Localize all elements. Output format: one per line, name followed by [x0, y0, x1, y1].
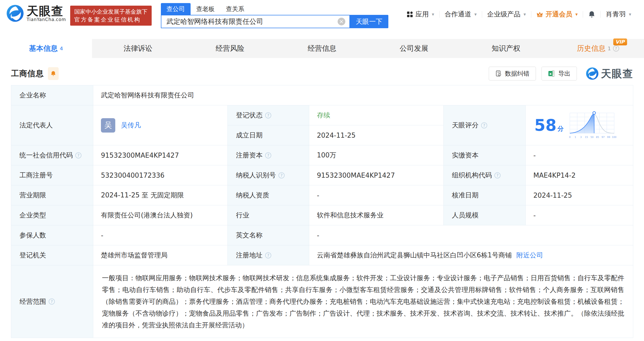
search-block: 查公司 查老板 查关系 × 天眼一下 — [161, 3, 388, 28]
tab-history-info[interactable]: VIP 历史信息 1 ? — [552, 39, 644, 58]
search-tab-company[interactable]: 查公司 — [161, 3, 191, 15]
field-label-org-code: 组织机构代码 ? — [444, 165, 526, 185]
search-input[interactable] — [161, 18, 338, 26]
help-icon[interactable]: ? — [265, 112, 271, 118]
export-label: 导出 — [558, 69, 570, 78]
field-value-org-code: MAE4KP14-2 — [526, 165, 633, 185]
field-value-tyc-score[interactable]: 58分 — [526, 105, 633, 145]
field-value-staff-size: - — [526, 205, 633, 225]
menu-vip-upgrade[interactable]: 开通会员 ▾ — [531, 10, 583, 19]
help-icon[interactable]: ? — [481, 122, 487, 128]
caret-down-icon: ▾ — [474, 12, 477, 17]
tab-basic-info[interactable]: 基本信息 4 — [0, 39, 92, 58]
tab-label: 经营信息 — [308, 44, 336, 53]
badge-line1: 国家中小企业发展子基金旗下 — [74, 8, 148, 16]
help-icon[interactable]: ? — [278, 172, 285, 178]
tab-count: 4 — [60, 45, 63, 52]
tab-company-development[interactable]: 公司发展 — [368, 39, 460, 58]
legal-rep-avatar[interactable]: 吴 — [101, 118, 115, 133]
field-value-company-name: 武定哈智网络科技有限责任公司 — [93, 85, 633, 105]
tab-count: 1 — [608, 45, 611, 52]
tab-label: 公司发展 — [400, 44, 428, 53]
help-icon[interactable]: ? — [49, 298, 55, 305]
field-label-establish-date: 成立日期 — [228, 125, 309, 145]
field-value-establish-date: 2024-11-25 — [309, 125, 444, 145]
logo-title: 天眼查 — [27, 5, 66, 17]
field-label-tyc-score: 天眼评分 ? — [444, 105, 526, 145]
search-tab-relation[interactable]: 查关系 — [220, 3, 250, 15]
apps-grid-icon — [407, 11, 413, 17]
clear-icon[interactable]: × — [338, 18, 345, 25]
tab-label: 经营风险 — [216, 44, 244, 53]
menu-user[interactable]: 肖青羽 ▾ — [601, 10, 636, 19]
legal-rep-name-link[interactable]: 吴传凡 — [121, 121, 141, 130]
svg-text:0: 0 — [569, 135, 571, 138]
field-label-company-name: 企业名称 — [11, 85, 93, 105]
caret-down-icon: ▾ — [629, 12, 631, 17]
official-certification-badge: 国家中小企业发展子基金旗下 官方备案企业征信机构 — [70, 6, 152, 26]
menu-enterprise[interactable]: 企业级产品 ▾ — [482, 10, 531, 19]
watermark-logo-icon — [586, 67, 598, 80]
search-button[interactable]: 天眼一下 — [350, 15, 388, 28]
data-correction-label: 数据纠错 — [505, 69, 529, 78]
export-button[interactable]: X 导出 — [542, 67, 577, 81]
tab-label: 法律诉讼 — [124, 44, 152, 53]
subscribe-bell-button[interactable] — [48, 67, 59, 80]
search-input-wrap: × — [161, 15, 350, 28]
field-label-business-term: 营业期限 — [11, 185, 93, 205]
menu-cooperation[interactable]: 合作通道 ▾ — [440, 10, 482, 19]
business-info-table: 企业名称 武定哈智网络科技有限责任公司 法定代表人 吴 吴传凡 登记状态 ? 存… — [11, 85, 633, 338]
caret-down-icon: ▾ — [524, 12, 526, 17]
score-distribution-chart: 0 1 3 15 50 85 97 99 100 — [568, 110, 616, 141]
tab-intellectual-property[interactable]: 知识产权 — [460, 39, 552, 58]
excel-icon: X — [548, 70, 555, 77]
section-tabs: 基本信息 4 法律诉讼 经营风险 经营信息 公司发展 知识产权 VIP 历史信息… — [0, 39, 644, 58]
field-value-reg-authority: 楚雄州市场监督管理局 — [93, 245, 228, 265]
bell-icon — [588, 11, 595, 18]
head-actions: 数据纠错 X 导出 天 — [489, 67, 633, 81]
caret-down-icon: ▾ — [575, 12, 578, 17]
logo-domain: TianYanCha.com — [27, 17, 66, 22]
help-icon[interactable]: ? — [265, 152, 271, 158]
tianyancha-logo[interactable]: 天眼查 TianYanCha.com — [7, 5, 66, 22]
field-label-approval-date: 核准日期 — [444, 185, 526, 205]
search-tab-boss[interactable]: 查老板 — [191, 3, 220, 15]
crown-icon — [536, 11, 543, 17]
field-value-reg-status: 存续 — [309, 105, 444, 125]
menu-apps-label: 应用 — [416, 10, 429, 19]
tianyancha-logo-icon — [7, 5, 24, 22]
notification-bell-button[interactable] — [583, 11, 600, 18]
menu-apps[interactable]: 应用 ▾ — [402, 10, 439, 19]
field-value-industry: 软件和信息技术服务业 — [309, 205, 444, 225]
field-value-reg-address: 云南省楚雄彝族自治州武定县狮山镇中马社区白凹小区6栋1号商铺 附近公司 — [309, 245, 633, 265]
search-tabs: 查公司 查老板 查关系 — [161, 3, 388, 15]
field-value-approval-date: 2024-11-25 — [526, 185, 633, 205]
search-row: × 天眼一下 — [161, 15, 388, 28]
help-icon[interactable]: ? — [265, 252, 271, 258]
field-label-taxpayer-id: 纳税人识别号 ? — [228, 165, 309, 185]
tab-business-risk[interactable]: 经营风险 — [184, 39, 276, 58]
tab-legal-proceedings[interactable]: 法律诉讼 — [92, 39, 184, 58]
field-label-legal-rep: 法定代表人 — [11, 105, 93, 145]
field-label-reg-authority: 登记机关 — [11, 245, 93, 265]
help-icon[interactable]: ? — [75, 152, 81, 158]
data-correction-icon — [495, 70, 502, 77]
nearby-companies-link[interactable]: 附近公司 — [516, 251, 543, 260]
svg-text:X: X — [549, 72, 552, 76]
help-icon[interactable]: ? — [613, 45, 619, 52]
help-icon[interactable]: ? — [494, 172, 501, 178]
svg-text:97: 97 — [602, 135, 605, 138]
field-label-taxpayer-quality: 纳税人资质 — [228, 185, 309, 205]
svg-text:50: 50 — [590, 135, 594, 138]
tab-business-info[interactable]: 经营信息 — [276, 39, 368, 58]
tianyancha-company-page: 天眼查 TianYanCha.com 国家中小企业发展子基金旗下 官方备案企业征… — [0, 0, 644, 341]
field-label-english-name: 英文名称 — [228, 225, 309, 245]
field-value-business-term: 2024-11-25 至 无固定期限 — [93, 185, 228, 205]
data-correction-button[interactable]: 数据纠错 — [489, 67, 536, 81]
svg-text:100: 100 — [612, 135, 617, 138]
watermark-logo: 天眼查 — [586, 67, 633, 81]
address-text: 云南省楚雄彝族自治州武定县狮山镇中马社区白凹小区6栋1号商铺 — [317, 251, 512, 260]
field-value-reg-capital: 100万 — [309, 145, 444, 165]
tab-label: 历史信息 — [577, 44, 606, 53]
subscribe-bell-icon — [50, 70, 56, 77]
